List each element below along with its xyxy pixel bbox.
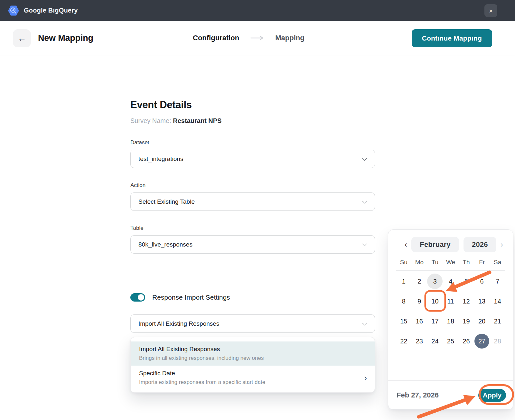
menu-item-title: Import All Existing Responses (139, 346, 366, 353)
survey-name-label: Survey Name: (130, 117, 171, 124)
calendar-day-number: 17 (427, 313, 443, 329)
calendar-day-1[interactable]: 1 (396, 271, 412, 291)
apply-button[interactable]: Apply (478, 389, 506, 402)
calendar-day-number: 8 (396, 294, 411, 309)
calendar-day-13[interactable]: 13 (474, 291, 490, 311)
section-divider (130, 280, 375, 280)
calendar-day-15[interactable]: 15 (396, 311, 412, 331)
calendar-day-10[interactable]: 10 (427, 291, 443, 311)
survey-name-line: Survey Name: Restaurant NPS (130, 117, 375, 125)
calendar-day-number: 6 (474, 274, 490, 289)
calendar-day-number: 10 (427, 294, 443, 309)
calendar-day-27[interactable]: 27 (474, 331, 490, 351)
menu-item-subtitle: Imports existing responses from a specif… (139, 379, 366, 386)
step-arrow-icon (250, 35, 264, 41)
dataset-label: Dataset (130, 139, 375, 146)
table-select-value: 80k_live_responses (138, 241, 192, 248)
import-mode-select[interactable]: Import All Existing Responses (130, 314, 375, 333)
action-select-value: Select Existing Table (138, 198, 195, 205)
calendar-divider (396, 270, 505, 271)
menu-item-specific-date[interactable]: Specific Date Imports existing responses… (131, 366, 375, 390)
weekday-label: We (443, 259, 459, 266)
menu-item-title: Specific Date (139, 370, 366, 377)
response-import-settings-label: Response Import Settings (152, 294, 230, 301)
calendar-day-12[interactable]: 12 (458, 291, 474, 311)
calendar-day-3[interactable]: 3 (427, 271, 443, 291)
survey-name-value: Restaurant NPS (173, 117, 221, 124)
calendar-day-number: 20 (474, 313, 490, 329)
menu-item-import-all[interactable]: Import All Existing Responses Brings in … (131, 341, 375, 366)
calendar-day-number: 3 (427, 274, 443, 289)
calendar-day-number: 12 (459, 294, 474, 309)
dataset-select-value: test_integrations (138, 155, 183, 163)
calendar-day-5[interactable]: 5 (458, 271, 474, 291)
calendar-day-26[interactable]: 26 (458, 331, 474, 351)
bigquery-logo (8, 5, 19, 16)
calendar-day-number: 7 (490, 274, 505, 289)
step-configuration: Configuration (193, 34, 239, 42)
calendar-day-9[interactable]: 9 (412, 291, 427, 311)
calendar-day-18[interactable]: 18 (443, 311, 459, 331)
calendar-day-23[interactable]: 23 (412, 331, 427, 351)
page-title: New Mapping (38, 21, 93, 55)
calendar-day-7[interactable]: 7 (490, 271, 505, 291)
continue-mapping-button[interactable]: Continue Mapping (412, 29, 492, 47)
calendar-day-6[interactable]: 6 (474, 271, 490, 291)
date-picker-popover: ‹ February 2026 › SuMoTuWeThFrSa 1234567… (388, 229, 513, 410)
chevron-down-icon (362, 156, 367, 161)
calendar-day-number: 18 (443, 313, 458, 329)
calendar-day-17[interactable]: 17 (427, 311, 443, 331)
month-pill[interactable]: February (411, 237, 459, 252)
calendar-day-20[interactable]: 20 (474, 311, 490, 331)
weekday-label: Fr (474, 259, 490, 266)
calendar-day-16[interactable]: 16 (412, 311, 427, 331)
calendar-day-25[interactable]: 25 (443, 331, 459, 351)
calendar-day-number: 16 (412, 313, 427, 329)
calendar-month-year: February 2026 (411, 237, 496, 252)
calendar-day-number: 27 (474, 334, 489, 349)
action-select[interactable]: Select Existing Table (130, 192, 375, 211)
chevron-right-icon: › (364, 374, 367, 382)
weekday-label: Mo (412, 259, 427, 266)
chevron-down-icon (362, 321, 367, 326)
weekday-row: SuMoTuWeThFrSa (396, 259, 505, 266)
next-month-icon[interactable]: › (496, 239, 507, 250)
calendar-day-22[interactable]: 22 (396, 331, 412, 351)
page-header: ← New Mapping Configuration Mapping Cont… (0, 21, 515, 55)
calendar-day-24[interactable]: 24 (427, 331, 443, 351)
calendar-day-21[interactable]: 21 (490, 311, 505, 331)
weekday-label: Tu (427, 259, 443, 266)
dataset-select[interactable]: test_integrations (130, 150, 375, 168)
weekday-label: Th (458, 259, 474, 266)
action-label: Action (130, 182, 375, 189)
calendar-day-number: 15 (396, 313, 411, 329)
calendar-day-8[interactable]: 8 (396, 291, 412, 311)
prev-month-icon[interactable]: ‹ (400, 239, 411, 250)
calendar-day-number: 23 (412, 333, 427, 349)
event-details-section: Event Details Survey Name: Restaurant NP… (130, 55, 375, 393)
calendar-day-11[interactable]: 11 (443, 291, 459, 311)
chevron-down-icon (362, 241, 367, 247)
calendar-day-grid: 1234567891011121314151617181920212223242… (396, 271, 505, 351)
calendar-day-number: 11 (443, 294, 458, 309)
calendar-day-number: 21 (490, 313, 505, 329)
calendar-day-19[interactable]: 19 (458, 311, 474, 331)
calendar-day-14[interactable]: 14 (490, 291, 505, 311)
calendar-day-number: 13 (474, 294, 490, 309)
year-pill[interactable]: 2026 (464, 237, 496, 252)
calendar-day-2[interactable]: 2 (412, 271, 427, 291)
close-icon[interactable]: × (484, 4, 497, 17)
calendar-day-number: 2 (412, 274, 427, 289)
section-heading: Event Details (130, 99, 375, 111)
calendar-header: ‹ February 2026 › (396, 237, 505, 252)
calendar-day-4[interactable]: 4 (443, 271, 459, 291)
response-import-toggle[interactable] (130, 293, 145, 302)
chevron-down-icon (362, 199, 367, 204)
table-label: Table (130, 225, 375, 231)
calendar-day-number: 9 (412, 294, 427, 309)
step-mapping: Mapping (275, 34, 304, 42)
toggle-knob (138, 294, 144, 301)
breadcrumb-steps: Configuration Mapping (193, 21, 304, 55)
table-select[interactable]: 80k_live_responses (130, 235, 375, 254)
back-button[interactable]: ← (13, 29, 31, 47)
